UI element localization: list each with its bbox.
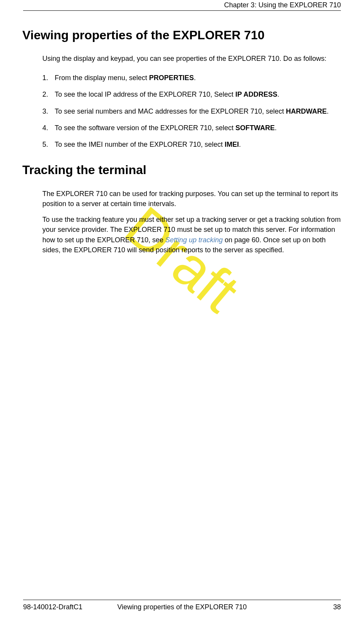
step-after: . bbox=[275, 124, 277, 132]
step-bold: IP ADDRESS bbox=[235, 91, 277, 98]
step-item: To see the IMEI number of the EXPLORER 7… bbox=[42, 140, 341, 149]
step-after: . bbox=[194, 74, 196, 82]
step-after: . bbox=[239, 141, 241, 148]
section2-para2: To use the tracking feature you must eit… bbox=[42, 215, 341, 255]
step-bold: PROPERTIES bbox=[149, 74, 194, 82]
step-text: To see the IMEI number of the EXPLORER 7… bbox=[55, 141, 225, 148]
step-text: To see the local IP address of the EXPLO… bbox=[55, 91, 235, 98]
page-header: Chapter 3: Using the EXPLORER 710 bbox=[23, 0, 341, 11]
step-text: To see serial numbers and MAC addresses … bbox=[55, 107, 286, 115]
section1-heading: Viewing properties of the EXPLORER 710 bbox=[22, 28, 341, 42]
step-text: From the display menu, select bbox=[55, 74, 149, 82]
step-item: From the display menu, select PROPERTIES… bbox=[42, 73, 341, 83]
step-after: . bbox=[277, 91, 279, 98]
tracking-link[interactable]: Setting up tracking bbox=[165, 236, 223, 244]
page-footer: 98-140012-DraftC1 Viewing properties of … bbox=[23, 600, 341, 611]
footer-page-number: 38 bbox=[333, 603, 341, 611]
section2-para1: The EXPLORER 710 can be used for trackin… bbox=[42, 189, 341, 209]
step-after: . bbox=[327, 107, 329, 115]
step-bold: HARDWARE bbox=[286, 107, 327, 115]
section1-intro: Using the display and keypad, you can se… bbox=[42, 54, 341, 64]
footer-title: Viewing properties of the EXPLORER 710 bbox=[117, 603, 247, 611]
chapter-label: Chapter 3: Using the EXPLORER 710 bbox=[224, 1, 341, 9]
step-bold: IMEI bbox=[225, 141, 239, 148]
step-item: To see the local IP address of the EXPLO… bbox=[42, 90, 341, 99]
step-item: To see the software version of the EXPLO… bbox=[42, 123, 341, 133]
step-bold: SOFTWARE bbox=[235, 124, 275, 132]
step-item: To see serial numbers and MAC addresses … bbox=[42, 107, 341, 116]
steps-list: From the display menu, select PROPERTIES… bbox=[42, 73, 341, 149]
section2-heading: Tracking the terminal bbox=[22, 163, 341, 177]
footer-doc-id: 98-140012-DraftC1 bbox=[23, 603, 82, 611]
step-text: To see the software version of the EXPLO… bbox=[55, 124, 235, 132]
